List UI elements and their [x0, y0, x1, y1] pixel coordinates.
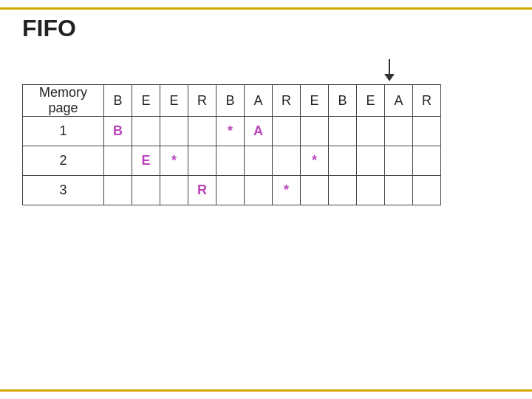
row-2-col-8: [329, 146, 357, 176]
bottom-border: [0, 389, 532, 392]
row-2-col-4: [216, 146, 245, 176]
row-1-col-6: [273, 117, 301, 146]
row-2-label: 2: [23, 146, 104, 176]
row-2-col-0: [104, 146, 132, 176]
row-2-col-3: [188, 146, 216, 176]
memory-table: Memory page B E E R B A R E B E A R 1 B …: [22, 84, 441, 205]
row-3-col-1: [132, 176, 160, 205]
row-1-label: 1: [23, 117, 104, 146]
col-header-0: B: [104, 85, 132, 117]
row-2-col-7: *: [301, 146, 329, 176]
header-row: Memory page B E E R B A R E B E A R: [23, 85, 441, 117]
page-title: FIFO: [22, 15, 76, 42]
arrow-container: [22, 59, 510, 81]
arrow-head: [384, 74, 395, 81]
col-header-3: R: [188, 85, 216, 117]
row-2-col-6: [273, 146, 301, 176]
row-1-col-9: [357, 117, 385, 146]
row-3-col-2: [160, 176, 188, 205]
row-1-col-1: [132, 117, 160, 146]
row-3-col-9: [357, 176, 385, 205]
row-1-col-8: [329, 117, 357, 146]
arrow-shaft: [389, 59, 390, 74]
col-header-7: E: [301, 85, 329, 117]
row-3-col-5: [245, 176, 273, 205]
row-1-col-3: [188, 117, 216, 146]
col-header-2: E: [160, 85, 188, 117]
table-row-2: 2 E * *: [23, 146, 441, 176]
row-2-col-5: [245, 146, 273, 176]
row-1-col-2: [160, 117, 188, 146]
row-3-col-0: [104, 176, 132, 205]
pointer-arrow: [384, 59, 395, 81]
row-3-col-7: [301, 176, 329, 205]
row-1-col-7: [301, 117, 329, 146]
col-header-9: E: [357, 85, 385, 117]
row-3-col-6: *: [273, 176, 301, 205]
row-1-col-5: A: [245, 117, 273, 146]
col-header-1: E: [132, 85, 160, 117]
table-row-3: 3 R *: [23, 176, 441, 205]
row-2-col-2: *: [160, 146, 188, 176]
header-label: Memory page: [23, 85, 104, 117]
table-row-1: 1 B * A: [23, 117, 441, 146]
row-3-label: 3: [23, 176, 104, 205]
col-header-6: R: [273, 85, 301, 117]
top-border: [0, 7, 532, 10]
row-1-col-0: B: [104, 117, 132, 146]
main-content: Memory page B E E R B A R E B E A R 1 B …: [22, 59, 510, 205]
col-header-11: R: [413, 85, 441, 117]
row-1-col-10: [385, 117, 413, 146]
row-2-col-10: [385, 146, 413, 176]
row-3-col-3: R: [188, 176, 216, 205]
row-3-col-11: [413, 176, 441, 205]
col-header-5: A: [245, 85, 273, 117]
row-3-col-4: [216, 176, 245, 205]
col-header-10: A: [385, 85, 413, 117]
row-2-col-11: [413, 146, 441, 176]
row-3-col-10: [385, 176, 413, 205]
row-1-col-4: *: [216, 117, 245, 146]
col-header-4: B: [216, 85, 245, 117]
col-header-8: B: [329, 85, 357, 117]
row-2-col-9: [357, 146, 385, 176]
row-1-col-11: [413, 117, 441, 146]
row-3-col-8: [329, 176, 357, 205]
row-2-col-1: E: [132, 146, 160, 176]
